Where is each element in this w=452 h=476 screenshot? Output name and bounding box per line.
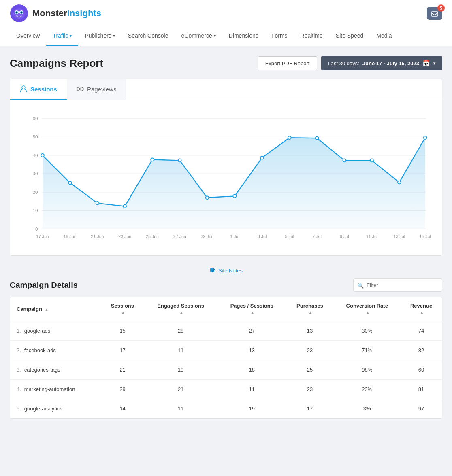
campaign-details-header: Campaign Details 🔍 — [10, 278, 442, 292]
row-num-3: 4. — [17, 386, 21, 392]
svg-text:0: 0 — [35, 226, 38, 232]
svg-point-13 — [79, 88, 81, 90]
svg-text:7 Jul: 7 Jul — [312, 234, 321, 239]
site-notes-button[interactable]: Site Notes — [209, 267, 243, 274]
cell-campaign-4: 5.google-analytics — [10, 399, 101, 419]
svg-text:30: 30 — [32, 171, 38, 176]
nav-item-traffic[interactable]: Traffic ▾ — [46, 27, 78, 46]
cell-conversion-0: 30% — [333, 321, 401, 341]
chart-area-fill — [43, 138, 425, 229]
date-range-button[interactable]: Last 30 days: June 17 - July 16, 2023 📅 … — [321, 56, 442, 70]
svg-text:40: 40 — [32, 153, 38, 158]
svg-text:20: 20 — [32, 189, 38, 195]
nav-item-overview[interactable]: Overview — [10, 27, 46, 46]
tab-pageviews-label: Pageviews — [87, 86, 117, 93]
notification-button[interactable]: 5 — [427, 7, 442, 20]
sort-icon-revenue[interactable]: ▲ — [420, 310, 424, 314]
site-notes-label: Site Notes — [218, 268, 243, 274]
nav-item-ecommerce[interactable]: eCommerce ▾ — [175, 27, 222, 46]
chart-point — [151, 158, 154, 162]
table-head: Campaign ▲ Sessions ▲ Engaged Sessions ▲… — [10, 297, 442, 321]
col-campaign-label: Campaign — [17, 306, 42, 312]
page-actions: Export PDF Report Last 30 days: June 17 … — [258, 56, 442, 70]
chart-point — [424, 136, 427, 139]
svg-point-1 — [13, 8, 25, 19]
publishers-caret-icon: ▾ — [113, 34, 115, 38]
sort-icon-purchases[interactable]: ▲ — [309, 310, 312, 314]
svg-text:27 Jun: 27 Jun — [173, 234, 186, 239]
line-chart: 60 50 40 30 20 10 0 — [18, 108, 434, 246]
table-body: 1.google-ads 15 28 27 13 30% 74 2.facebo… — [10, 321, 442, 418]
cell-revenue-0: 74 — [401, 321, 442, 341]
filter-search-icon: 🔍 — [357, 282, 364, 288]
col-conversion: Conversion Rate ▲ — [333, 297, 401, 321]
inbox-icon — [431, 10, 438, 17]
monster-logo-icon — [10, 4, 28, 23]
svg-text:60: 60 — [32, 116, 38, 121]
tab-pageviews[interactable]: Pageviews — [67, 79, 126, 100]
tab-sessions[interactable]: Sessions — [10, 79, 67, 100]
export-pdf-button[interactable]: Export PDF Report — [258, 56, 318, 70]
calendar-icon: 📅 — [422, 60, 430, 67]
svg-text:10: 10 — [32, 208, 38, 213]
row-num-0: 1. — [17, 328, 21, 334]
nav-item-site-speed[interactable]: Site Speed — [329, 27, 370, 46]
chart-point — [260, 156, 264, 159]
cell-purchases-4: 17 — [286, 399, 334, 419]
cell-sessions-0: 15 — [101, 321, 144, 341]
svg-text:3 Jul: 3 Jul — [258, 234, 267, 239]
chart-point — [316, 136, 319, 140]
col-purchases-label: Purchases — [296, 303, 323, 309]
cell-purchases-3: 23 — [286, 380, 334, 399]
cell-campaign-3: 4.marketing-automation — [10, 380, 101, 399]
nav-item-dimensions[interactable]: Dimensions — [222, 27, 265, 46]
nav-item-forms[interactable]: Forms — [265, 27, 294, 46]
nav-item-realtime[interactable]: Realtime — [294, 27, 329, 46]
main-nav: Overview Traffic ▾ Publishers ▾ Search C… — [0, 27, 452, 46]
chart-point — [123, 205, 126, 208]
eye-icon — [77, 85, 84, 93]
svg-text:29 Jun: 29 Jun — [201, 234, 214, 239]
cell-campaign-2: 3.categories-tags — [10, 360, 101, 380]
date-range-label: June 17 - July 16, 2023 — [362, 60, 419, 66]
chart-point — [233, 195, 236, 198]
row-num-2: 3. — [17, 367, 21, 373]
svg-text:17 Jun: 17 Jun — [36, 234, 49, 239]
table-header-row: Campaign ▲ Sessions ▲ Engaged Sessions ▲… — [10, 297, 442, 321]
chart-point — [370, 159, 373, 162]
cell-campaign-0: 1.google-ads — [10, 321, 101, 341]
svg-text:9 Jul: 9 Jul — [340, 234, 349, 239]
cell-pages-3: 11 — [217, 380, 286, 399]
nav-item-publishers[interactable]: Publishers ▾ — [78, 27, 121, 46]
filter-input[interactable] — [353, 278, 442, 292]
svg-text:21 Jun: 21 Jun — [91, 234, 104, 239]
col-revenue-label: Revenue — [410, 303, 432, 309]
chart-body: 60 50 40 30 20 10 0 — [10, 100, 442, 255]
sort-icon-campaign[interactable]: ▲ — [45, 308, 48, 312]
nav-item-search-console[interactable]: Search Console — [122, 27, 175, 46]
row-num-1: 2. — [17, 347, 21, 353]
campaign-details-title: Campaign Details — [10, 280, 78, 290]
nav-item-media[interactable]: Media — [370, 27, 398, 46]
cell-conversion-2: 98% — [333, 360, 401, 380]
campaign-table: Campaign ▲ Sessions ▲ Engaged Sessions ▲… — [10, 297, 442, 418]
page-header: Campaigns Report Export PDF Report Last … — [10, 56, 442, 70]
svg-text:19 Jun: 19 Jun — [64, 234, 77, 239]
sort-icon-conversion[interactable]: ▲ — [366, 310, 369, 314]
sort-icon-sessions[interactable]: ▲ — [122, 310, 125, 314]
svg-point-12 — [77, 87, 83, 91]
col-revenue: Revenue ▲ — [401, 297, 442, 321]
svg-rect-10 — [431, 12, 438, 16]
svg-text:1 Jul: 1 Jul — [230, 234, 239, 239]
cell-pages-4: 19 — [217, 399, 286, 419]
chart-point — [343, 159, 346, 162]
site-notes-bar: Site Notes — [10, 262, 442, 278]
cell-purchases-1: 23 — [286, 341, 334, 360]
logo-text: MonsterInsights — [32, 8, 101, 19]
date-prefix: Last 30 days: — [328, 60, 359, 66]
chart-point — [288, 136, 291, 139]
sort-icon-engaged[interactable]: ▲ — [179, 310, 183, 314]
svg-point-11 — [22, 86, 25, 89]
svg-text:50: 50 — [32, 134, 38, 139]
sort-icon-pages[interactable]: ▲ — [251, 310, 254, 314]
